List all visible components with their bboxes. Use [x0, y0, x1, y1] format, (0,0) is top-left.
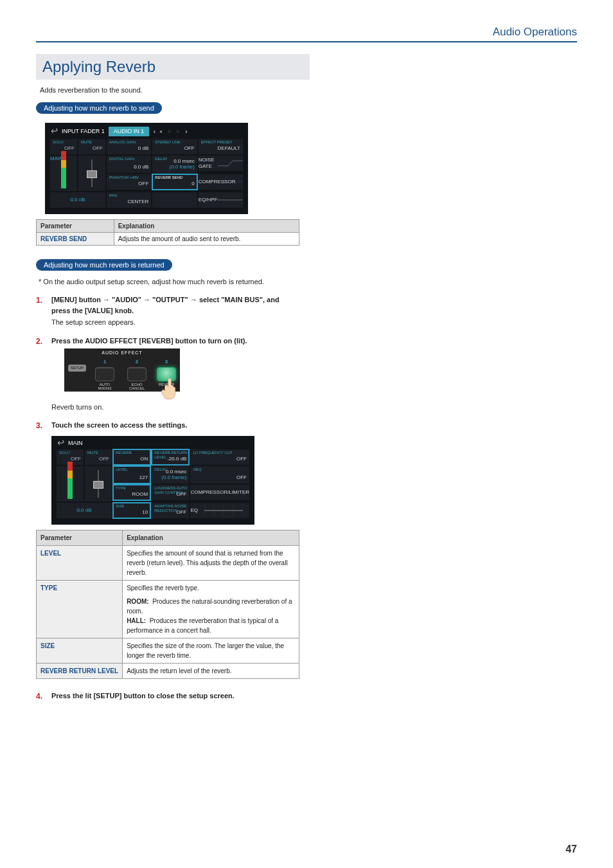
mock3-title: MAIN: [68, 440, 83, 447]
mock1-accent: AUDIO IN 1: [109, 127, 150, 136]
th-expl: Explanation: [114, 219, 299, 232]
header-rule: [36, 41, 577, 42]
th-param: Parameter: [37, 219, 114, 232]
section-header: Audio Operations: [36, 26, 577, 39]
effect-1-button: [95, 367, 114, 381]
back-icon: [57, 440, 64, 446]
table-return: Parameter Explanation LEVEL Specifies th…: [36, 530, 299, 679]
page-number: 47: [565, 844, 577, 855]
pill-send: Adjusting how much reverb to send: [36, 102, 162, 114]
arrow-icon: →: [103, 296, 110, 303]
table-row: LEVEL Specifies the amount of sound that…: [37, 545, 299, 580]
table-row: REVERB RETURN LEVEL Adjusts the return l…: [37, 663, 299, 678]
step-2: 2. Press the AUDIO EFFECT [REVERB] butto…: [36, 336, 299, 413]
dots-icon: ● ○ ○: [159, 129, 181, 135]
table-send: Parameter Explanation REVERB SEND Adjust…: [36, 219, 299, 246]
step-number: 1.: [36, 294, 42, 306]
back-icon: [50, 128, 58, 134]
step-number: 3.: [36, 420, 42, 431]
step-number: 4.: [36, 691, 42, 702]
screenshot-input-fader: INPUT FADER 1 AUDIO IN 1 ‹ ● ○ ○ › SOLOO…: [45, 123, 248, 214]
hand-pointer-icon: [157, 374, 182, 403]
arrow-icon: →: [190, 296, 197, 303]
table-row: REVERB SEND Adjusts the amount of audio …: [37, 232, 299, 245]
return-note: * On the audio output setup screen, adju…: [39, 277, 299, 287]
arrow-icon: →: [143, 296, 150, 303]
page-title: Applying Reverb: [36, 54, 310, 80]
chevron-right-icon: ›: [185, 127, 188, 136]
screenshot-main: MAIN SOLOOFF MUTEOFF REVERBON REVERB RET…: [51, 436, 254, 525]
effect-2-button: [127, 367, 147, 381]
pill-return: Adjusting how much reverb is returned: [36, 259, 172, 271]
th-expl: Explanation: [123, 530, 299, 545]
intro-text: Adds reverberation to the sound.: [40, 86, 577, 94]
step-3: 3. Touch the screen to access the settin…: [36, 420, 299, 678]
step-4: 4. Press the lit [SETUP] button to close…: [36, 691, 299, 701]
screenshot-audio-effect: AUDIO EFFECT SETUP 1 AUTO MIXING: [64, 346, 180, 401]
table-row: SIZE Specifies the size of the room. The…: [37, 638, 299, 663]
th-param: Parameter: [37, 530, 123, 545]
chevron-left-icon: ‹: [153, 127, 155, 136]
table-row: TYPE Specifies the reverb type. ROOM: Pr…: [37, 580, 299, 638]
step-number: 2.: [36, 336, 42, 347]
mock1-title: INPUT FADER 1: [62, 128, 105, 135]
setup-button: SETUP: [68, 365, 86, 372]
step-1: 1. [MENU] button → "AUDIO" → "OUTPUT" → …: [36, 294, 299, 328]
